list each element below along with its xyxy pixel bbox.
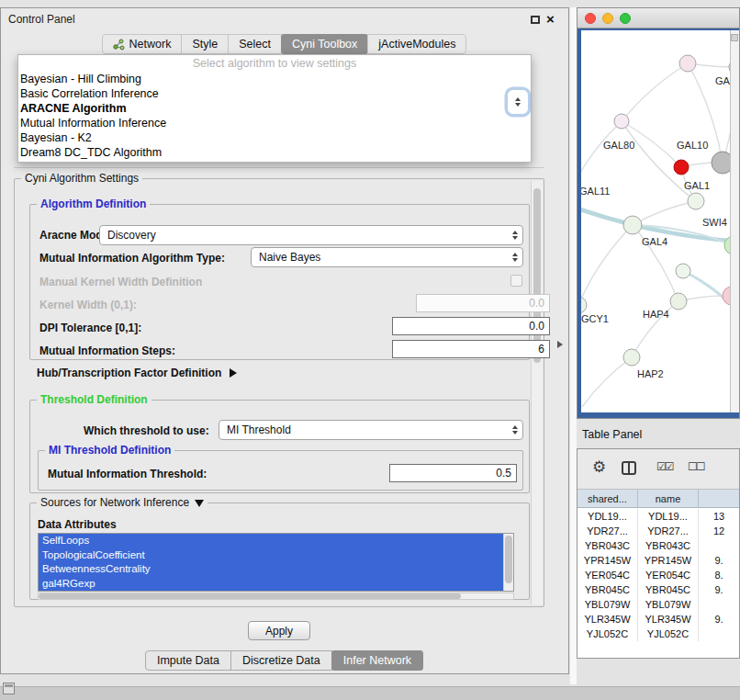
table-cell[interactable]: 13	[699, 509, 739, 524]
table-cell[interactable]: YDR27...	[638, 524, 699, 538]
float-window-icon[interactable]	[531, 16, 540, 24]
network-edge[interactable]	[622, 63, 688, 121]
list-item[interactable]: TopologicalCoefficient	[39, 548, 503, 563]
aracne-mode-select[interactable]: Discovery	[99, 225, 523, 245]
table-cell[interactable]: 9.	[699, 582, 739, 597]
table-cell[interactable]: 9.	[699, 612, 739, 627]
network-scrollbar-button[interactable]	[731, 34, 738, 41]
table-cell[interactable]: YBL079W	[577, 597, 638, 612]
network-edge[interactable]	[578, 225, 633, 305]
column-header[interactable]: name	[638, 490, 699, 507]
table-cell[interactable]: YDL19...	[577, 509, 638, 524]
tab-cyni-toolbox[interactable]: Cyni Toolbox	[281, 34, 368, 54]
network-titlebar[interactable]	[577, 8, 739, 28]
network-node[interactable]	[676, 264, 690, 278]
tab-discretize-data[interactable]: Discretize Data	[230, 650, 332, 671]
column-header[interactable]	[699, 490, 739, 507]
list-horizontal-scrollbar[interactable]	[38, 593, 514, 600]
network-edge[interactable]	[582, 357, 632, 407]
list-scrollbar[interactable]	[503, 534, 513, 591]
kernel-width-field[interactable]: 0.0	[416, 294, 550, 312]
network-canvas[interactable]: GAL7GAL80GAL10GAL11GAL1SWI4GAL4GCY1HAP4Y…	[577, 28, 739, 418]
manual-kernel-width-checkbox[interactable]	[510, 275, 522, 287]
sources-group-title[interactable]: Sources for Network Inference	[37, 496, 207, 510]
network-node[interactable]	[674, 160, 689, 175]
tab-infer-network[interactable]: Infer Network	[331, 650, 423, 671]
algorithm-option[interactable]: Bayesian - Hill Climbing	[18, 72, 531, 86]
algorithm-combo-stepper[interactable]	[507, 89, 529, 115]
hub-definition-toggle[interactable]: Hub/Transcription Factor Definition	[37, 367, 237, 379]
splitter-collapse-arrow[interactable]	[557, 341, 563, 348]
close-traffic-light[interactable]	[585, 13, 596, 24]
tab-impute-data[interactable]: Impute Data	[145, 650, 231, 671]
settings-gear-icon[interactable]: ⚙	[592, 457, 606, 477]
table-cell[interactable]: 9.	[699, 553, 739, 568]
table-cell[interactable]	[699, 597, 739, 612]
network-node[interactable]	[688, 193, 704, 209]
table-cell[interactable]: YER054C	[638, 568, 699, 582]
settings-scrollbar-thumb[interactable]	[533, 188, 541, 363]
table-cell[interactable]: YDR27...	[577, 524, 638, 538]
table-cell[interactable]: YBR043C	[577, 538, 638, 553]
column-header[interactable]: shared...	[577, 490, 638, 507]
network-node[interactable]	[670, 293, 687, 310]
table-cell[interactable]: YDL19...	[638, 509, 699, 524]
tab-network[interactable]: Network	[102, 34, 183, 54]
network-node[interactable]	[623, 349, 640, 366]
table-row[interactable]: YBL079W YBL079W	[577, 597, 739, 612]
table-row[interactable]: YBR043C YBR043C	[577, 538, 739, 553]
table-row[interactable]: YPR145W YPR145W 9.	[577, 553, 739, 568]
network-node[interactable]	[679, 55, 696, 72]
control-panel-titlebar[interactable]: Control Panel ×	[1, 8, 568, 30]
table-cell[interactable]: YJL052C	[577, 627, 638, 641]
table-row[interactable]: YBR045C YBR045C 9.	[577, 582, 739, 597]
close-icon[interactable]: ×	[546, 11, 555, 27]
list-scrollbar-thumb[interactable]	[505, 536, 512, 583]
data-attributes-list[interactable]: SelfLoops TopologicalCoefficient Between…	[38, 533, 514, 592]
table-cell[interactable]: YLR345W	[577, 612, 638, 627]
mi-steps-field[interactable]: 6	[392, 340, 550, 358]
settings-scrollbar[interactable]	[531, 181, 543, 604]
table-row[interactable]: YER054C YER054C 8.	[577, 568, 739, 582]
dpi-tolerance-field[interactable]: 0.0	[392, 317, 550, 335]
table-cell[interactable]: YBR045C	[577, 582, 638, 597]
tab-select[interactable]: Select	[228, 34, 282, 54]
columns-icon[interactable]	[622, 461, 636, 475]
algorithm-option[interactable]: Mutual Information Inference	[18, 116, 531, 130]
table-cell[interactable]	[699, 627, 739, 641]
apply-button[interactable]: Apply	[248, 621, 310, 640]
table-cell[interactable]: YLR345W	[638, 612, 699, 627]
table-cell[interactable]: YJL052C	[638, 627, 699, 641]
mi-threshold-field[interactable]: 0.5	[389, 464, 517, 482]
table-cell[interactable]: 8.	[699, 568, 739, 582]
table-cell[interactable]: YPR145W	[638, 553, 699, 568]
list-item[interactable]: SelfLoops	[39, 534, 503, 548]
restore-panel-icon[interactable]	[3, 683, 15, 694]
table-row[interactable]: YDR27... YDR27... 12	[577, 524, 739, 538]
tab-style[interactable]: Style	[181, 34, 229, 54]
zoom-traffic-light[interactable]	[620, 13, 631, 24]
network-node[interactable]	[623, 216, 642, 234]
deselect-all-icon[interactable]: ☐☐	[688, 460, 704, 473]
table-cell[interactable]: YER054C	[577, 568, 638, 582]
table-cell[interactable]: YBR043C	[638, 538, 699, 553]
list-horizontal-thumb[interactable]	[39, 593, 461, 599]
algorithm-option-selected[interactable]: ARACNE Algorithm	[18, 101, 531, 116]
list-item[interactable]: BetweennessCentrality	[39, 562, 503, 577]
network-scrollbar[interactable]	[730, 30, 739, 412]
table-cell[interactable]: 12	[699, 524, 739, 538]
which-threshold-select[interactable]: MI Threshold	[219, 420, 523, 440]
network-graph[interactable]: GAL7GAL80GAL10GAL11GAL1SWI4GAL4GCY1HAP4Y…	[577, 28, 739, 418]
table-row[interactable]: YLR345W YLR345W 9.	[577, 612, 739, 627]
network-edge[interactable]	[633, 201, 696, 225]
list-item[interactable]: gal4RGexp	[39, 577, 503, 592]
table-row[interactable]: YJL052C YJL052C	[577, 627, 739, 641]
algorithm-option[interactable]: Basic Correlation Inference	[18, 86, 531, 101]
network-node[interactable]	[614, 114, 629, 129]
table-cell[interactable]	[699, 538, 739, 553]
algorithm-option[interactable]: Bayesian - K2	[18, 130, 531, 145]
table-cell[interactable]: YBL079W	[638, 597, 699, 612]
table-cell[interactable]: YBR045C	[638, 582, 699, 597]
table-cell[interactable]: YPR145W	[577, 553, 638, 568]
algorithm-option[interactable]: Dream8 DC_TDC Algorithm	[18, 145, 531, 160]
